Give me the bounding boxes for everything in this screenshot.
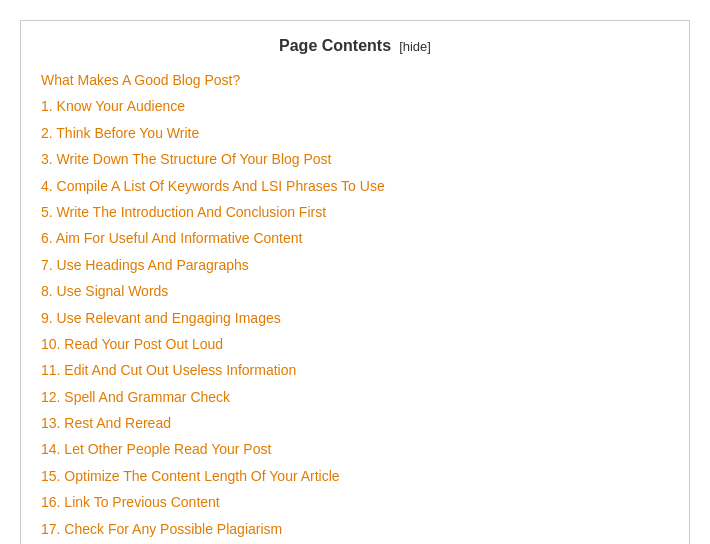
- page-contents-title: Page Contents: [279, 37, 391, 54]
- list-item: 14. Let Other People Read Your Post: [41, 438, 669, 460]
- toc-link-item2[interactable]: 2. Think Before You Write: [41, 125, 199, 141]
- toc-link-item6[interactable]: 6. Aim For Useful And Informative Conten…: [41, 230, 302, 246]
- list-item: 11. Edit And Cut Out Useless Information: [41, 359, 669, 381]
- list-item: 13. Rest And Reread: [41, 412, 669, 434]
- list-item: 5. Write The Introduction And Conclusion…: [41, 201, 669, 223]
- list-item: 16. Link To Previous Content: [41, 491, 669, 513]
- list-item: 10. Read Your Post Out Loud: [41, 333, 669, 355]
- toc-link-item8[interactable]: 8. Use Signal Words: [41, 283, 168, 299]
- list-item: 6. Aim For Useful And Informative Conten…: [41, 227, 669, 249]
- list-item: What Makes A Good Blog Post?: [41, 69, 669, 91]
- list-item: 3. Write Down The Structure Of Your Blog…: [41, 148, 669, 170]
- toc-link-item10[interactable]: 10. Read Your Post Out Loud: [41, 336, 223, 352]
- list-item: 9. Use Relevant and Engaging Images: [41, 307, 669, 329]
- header-row: Page Contents [hide]: [41, 37, 669, 55]
- toc-link-item16[interactable]: 16. Link To Previous Content: [41, 494, 220, 510]
- toc-link-item5[interactable]: 5. Write The Introduction And Conclusion…: [41, 204, 326, 220]
- toc-link-item14[interactable]: 14. Let Other People Read Your Post: [41, 441, 271, 457]
- toc-link-item15[interactable]: 15. Optimize The Content Length Of Your …: [41, 468, 340, 484]
- list-item: 1. Know Your Audience: [41, 95, 669, 117]
- list-item: 8. Use Signal Words: [41, 280, 669, 302]
- page-contents-box: Page Contents [hide] What Makes A Good B…: [20, 20, 690, 544]
- toc-link-intro[interactable]: What Makes A Good Blog Post?: [41, 72, 240, 88]
- list-item: 12. Spell And Grammar Check: [41, 386, 669, 408]
- toc-link-item4[interactable]: 4. Compile A List Of Keywords And LSI Ph…: [41, 178, 385, 194]
- list-item: 7. Use Headings And Paragraphs: [41, 254, 669, 276]
- toc-link-item9[interactable]: 9. Use Relevant and Engaging Images: [41, 310, 281, 326]
- toc-link-item3[interactable]: 3. Write Down The Structure Of Your Blog…: [41, 151, 332, 167]
- toc-list: What Makes A Good Blog Post?1. Know Your…: [41, 69, 669, 544]
- toc-link-item17[interactable]: 17. Check For Any Possible Plagiarism: [41, 521, 282, 537]
- list-item: 17. Check For Any Possible Plagiarism: [41, 518, 669, 540]
- hide-link[interactable]: [hide]: [399, 39, 431, 54]
- list-item: 4. Compile A List Of Keywords And LSI Ph…: [41, 175, 669, 197]
- toc-link-item7[interactable]: 7. Use Headings And Paragraphs: [41, 257, 249, 273]
- toc-link-item12[interactable]: 12. Spell And Grammar Check: [41, 389, 230, 405]
- toc-link-item13[interactable]: 13. Rest And Reread: [41, 415, 171, 431]
- toc-link-item11[interactable]: 11. Edit And Cut Out Useless Information: [41, 362, 296, 378]
- list-item: 15. Optimize The Content Length Of Your …: [41, 465, 669, 487]
- hide-label: [hide]: [396, 39, 431, 54]
- toc-link-item1[interactable]: 1. Know Your Audience: [41, 98, 185, 114]
- list-item: 2. Think Before You Write: [41, 122, 669, 144]
